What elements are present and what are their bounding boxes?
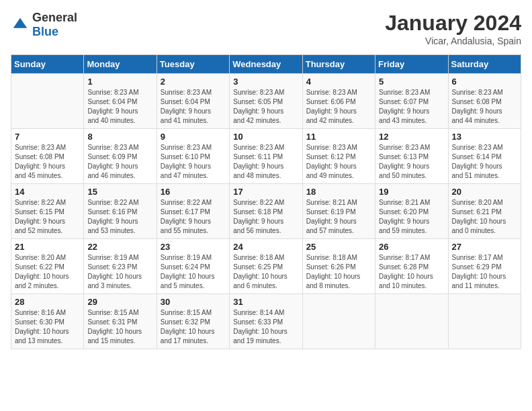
day-number: 18 (306, 187, 371, 197)
day-number: 7 (15, 132, 80, 142)
calendar-cell: 21Sunrise: 8:20 AMSunset: 6:22 PMDayligh… (11, 239, 84, 294)
day-number: 13 (452, 132, 517, 142)
calendar-cell: 22Sunrise: 8:19 AMSunset: 6:23 PMDayligh… (84, 239, 157, 294)
calendar-cell: 1Sunrise: 8:23 AMSunset: 6:04 PMDaylight… (84, 74, 157, 129)
svg-marker-0 (13, 18, 28, 28)
day-info: Sunrise: 8:23 AMSunset: 6:08 PMDaylight:… (15, 143, 80, 181)
calendar-cell: 18Sunrise: 8:21 AMSunset: 6:19 PMDayligh… (302, 184, 375, 239)
day-number: 3 (233, 77, 298, 87)
day-number: 15 (87, 187, 152, 197)
calendar-cell: 7Sunrise: 8:23 AMSunset: 6:08 PMDaylight… (11, 129, 84, 184)
day-info: Sunrise: 8:19 AMSunset: 6:23 PMDaylight:… (87, 253, 152, 291)
calendar-cell: 5Sunrise: 8:23 AMSunset: 6:07 PMDaylight… (375, 74, 448, 129)
day-number: 8 (87, 132, 152, 142)
day-info: Sunrise: 8:23 AMSunset: 6:08 PMDaylight:… (452, 88, 517, 126)
calendar-cell: 12Sunrise: 8:23 AMSunset: 6:13 PMDayligh… (375, 129, 448, 184)
day-number: 12 (379, 132, 444, 142)
calendar-week-4: 21Sunrise: 8:20 AMSunset: 6:22 PMDayligh… (11, 239, 521, 294)
day-info: Sunrise: 8:18 AMSunset: 6:25 PMDaylight:… (233, 253, 298, 291)
calendar-cell: 8Sunrise: 8:23 AMSunset: 6:09 PMDaylight… (84, 129, 157, 184)
day-info: Sunrise: 8:23 AMSunset: 6:13 PMDaylight:… (379, 143, 444, 181)
day-info: Sunrise: 8:23 AMSunset: 6:09 PMDaylight:… (87, 143, 152, 181)
calendar-cell (375, 294, 448, 349)
month-title: January 2024 (385, 11, 521, 36)
day-number: 28 (15, 297, 80, 307)
logo-icon (11, 15, 30, 34)
day-info: Sunrise: 8:22 AMSunset: 6:17 PMDaylight:… (161, 198, 226, 236)
calendar-cell: 15Sunrise: 8:22 AMSunset: 6:16 PMDayligh… (84, 184, 157, 239)
day-number: 31 (233, 297, 298, 307)
day-info: Sunrise: 8:22 AMSunset: 6:18 PMDaylight:… (233, 198, 298, 236)
day-info: Sunrise: 8:22 AMSunset: 6:16 PMDaylight:… (87, 198, 152, 236)
day-info: Sunrise: 8:20 AMSunset: 6:22 PMDaylight:… (15, 253, 80, 291)
day-info: Sunrise: 8:21 AMSunset: 6:19 PMDaylight:… (306, 198, 371, 236)
day-number: 29 (87, 297, 152, 307)
calendar-cell: 19Sunrise: 8:21 AMSunset: 6:20 PMDayligh… (375, 184, 448, 239)
calendar-cell: 30Sunrise: 8:15 AMSunset: 6:32 PMDayligh… (157, 294, 229, 349)
day-info: Sunrise: 8:17 AMSunset: 6:29 PMDaylight:… (452, 253, 517, 291)
calendar-cell: 27Sunrise: 8:17 AMSunset: 6:29 PMDayligh… (448, 239, 521, 294)
day-info: Sunrise: 8:23 AMSunset: 6:06 PMDaylight:… (306, 88, 371, 126)
day-number: 25 (306, 242, 371, 252)
day-info: Sunrise: 8:23 AMSunset: 6:04 PMDaylight:… (161, 88, 226, 126)
day-number: 1 (87, 77, 152, 87)
day-number: 23 (161, 242, 226, 252)
day-info: Sunrise: 8:14 AMSunset: 6:33 PMDaylight:… (233, 308, 298, 346)
day-number: 21 (15, 242, 80, 252)
calendar-cell: 9Sunrise: 8:23 AMSunset: 6:10 PMDaylight… (157, 129, 229, 184)
calendar-cell: 3Sunrise: 8:23 AMSunset: 6:05 PMDaylight… (230, 74, 302, 129)
calendar-header-row: SundayMondayTuesdayWednesdayThursdayFrid… (11, 55, 521, 74)
day-info: Sunrise: 8:23 AMSunset: 6:10 PMDaylight:… (161, 143, 226, 181)
calendar-cell: 25Sunrise: 8:18 AMSunset: 6:26 PMDayligh… (302, 239, 375, 294)
day-number: 10 (233, 132, 298, 142)
day-header-sunday: Sunday (11, 55, 84, 74)
calendar-cell: 17Sunrise: 8:22 AMSunset: 6:18 PMDayligh… (230, 184, 302, 239)
day-header-monday: Monday (84, 55, 157, 74)
calendar-cell: 16Sunrise: 8:22 AMSunset: 6:17 PMDayligh… (157, 184, 229, 239)
day-info: Sunrise: 8:16 AMSunset: 6:30 PMDaylight:… (15, 308, 80, 346)
calendar-cell: 10Sunrise: 8:23 AMSunset: 6:11 PMDayligh… (230, 129, 302, 184)
calendar-cell (11, 74, 84, 129)
day-number: 22 (87, 242, 152, 252)
calendar-cell: 11Sunrise: 8:23 AMSunset: 6:12 PMDayligh… (302, 129, 375, 184)
calendar-cell: 29Sunrise: 8:15 AMSunset: 6:31 PMDayligh… (84, 294, 157, 349)
calendar-cell (302, 294, 375, 349)
calendar-cell (448, 294, 521, 349)
calendar-cell: 13Sunrise: 8:23 AMSunset: 6:14 PMDayligh… (448, 129, 521, 184)
day-number: 17 (233, 187, 298, 197)
day-number: 5 (379, 77, 444, 87)
day-number: 16 (161, 187, 226, 197)
day-info: Sunrise: 8:15 AMSunset: 6:32 PMDaylight:… (161, 308, 226, 346)
calendar-cell: 14Sunrise: 8:22 AMSunset: 6:15 PMDayligh… (11, 184, 84, 239)
day-info: Sunrise: 8:23 AMSunset: 6:05 PMDaylight:… (233, 88, 298, 126)
day-info: Sunrise: 8:23 AMSunset: 6:14 PMDaylight:… (452, 143, 517, 181)
day-info: Sunrise: 8:21 AMSunset: 6:20 PMDaylight:… (379, 198, 444, 236)
day-number: 27 (452, 242, 517, 252)
logo-blue: Blue (32, 25, 58, 38)
calendar-table: SundayMondayTuesdayWednesdayThursdayFrid… (11, 54, 521, 349)
day-number: 2 (161, 77, 226, 87)
logo: General Blue (11, 11, 77, 39)
day-header-thursday: Thursday (302, 55, 375, 74)
day-number: 11 (306, 132, 371, 142)
logo-general: General (32, 11, 77, 24)
day-info: Sunrise: 8:20 AMSunset: 6:21 PMDaylight:… (452, 198, 517, 236)
day-number: 14 (15, 187, 80, 197)
day-number: 20 (452, 187, 517, 197)
day-number: 19 (379, 187, 444, 197)
day-number: 6 (452, 77, 517, 87)
calendar-cell: 4Sunrise: 8:23 AMSunset: 6:06 PMDaylight… (302, 74, 375, 129)
logo-text: General Blue (32, 11, 77, 39)
calendar-cell: 24Sunrise: 8:18 AMSunset: 6:25 PMDayligh… (230, 239, 302, 294)
day-info: Sunrise: 8:19 AMSunset: 6:24 PMDaylight:… (161, 253, 226, 291)
day-number: 9 (161, 132, 226, 142)
day-number: 4 (306, 77, 371, 87)
day-number: 30 (161, 297, 226, 307)
location-subtitle: Vicar, Andalusia, Spain (385, 36, 521, 46)
day-info: Sunrise: 8:23 AMSunset: 6:12 PMDaylight:… (306, 143, 371, 181)
calendar-cell: 2Sunrise: 8:23 AMSunset: 6:04 PMDaylight… (157, 74, 229, 129)
calendar-cell: 20Sunrise: 8:20 AMSunset: 6:21 PMDayligh… (448, 184, 521, 239)
calendar-cell: 26Sunrise: 8:17 AMSunset: 6:28 PMDayligh… (375, 239, 448, 294)
calendar-cell: 28Sunrise: 8:16 AMSunset: 6:30 PMDayligh… (11, 294, 84, 349)
day-header-wednesday: Wednesday (230, 55, 302, 74)
